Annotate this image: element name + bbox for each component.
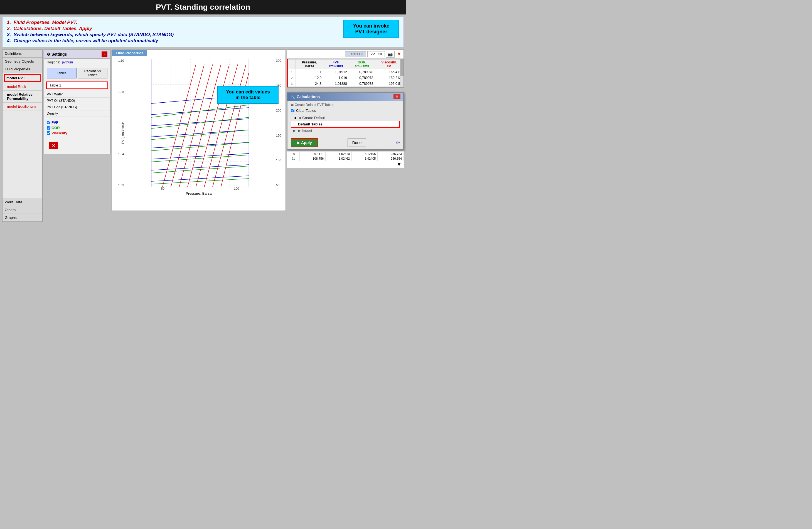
left-sidebar: Definitions Geometry Objects Fluid Prope… [2, 49, 43, 222]
th-gor: GOR,sm3/sm3 [349, 60, 375, 69]
page-title: PVT. Standing correlation [156, 3, 250, 11]
calculations-dialog: 🔧 Calculations ✕ ⇄ Create Default PVT Ta… [287, 92, 404, 150]
calc-close-button[interactable]: ✕ [393, 94, 401, 99]
right-panel: ...eters Oil PVT Oil 📷 ▼ Pressure,Barsa … [287, 49, 404, 168]
table-scroll-down-btn[interactable]: ▼ [396, 162, 402, 167]
th-index [288, 60, 296, 69]
th-fvf: FVF,rm3/sm3 [323, 60, 349, 69]
chart-inner: 1.10 1.08 1.06 1.04 1.02 [112, 56, 286, 210]
settings-btn-row: Tables Regions vs Tables [44, 66, 110, 80]
edit-callout: You can edit valuesin the table [217, 86, 278, 104]
table-row: 20 97,111 1,02410 3,12105 235,723 [287, 151, 404, 156]
pvt-data-table-wrap: Pressure,Barsa FVF,rm3/sm3 GOR,sm3/sm3 V… [287, 59, 404, 87]
chart-svg-area [125, 59, 275, 187]
sidebar-section-geometry[interactable]: Geometry Objects [2, 58, 42, 65]
sidebar-section-others[interactable]: Others [2, 206, 42, 214]
table-row: 1 1 1,01912 0,789978 165,411 [288, 69, 403, 75]
settings-title: ⚙ Settings [47, 52, 67, 57]
settings-checkbox-gor[interactable]: GOR [47, 126, 107, 130]
calc-title: 🔧 Calculations [290, 94, 320, 99]
done-button[interactable]: Done [348, 138, 366, 147]
y-axis-right: 300 250 200 150 100 50 [275, 59, 283, 187]
y-label-left: FVF, rm3/sm3 [121, 122, 125, 145]
calc-body: ⇄ Create Default PVT Tables Clear Tables… [288, 101, 403, 136]
chart-tab-fluid-properties[interactable]: Fluid Properties [112, 50, 147, 56]
pvt-table-header-row: ...eters Oil PVT Oil 📷 ▼ [287, 50, 404, 59]
table-scrollbar[interactable] [400, 58, 404, 87]
table-row: 21 108,756 1,02462 3,42405 250,854 [287, 156, 404, 161]
th-viscosity: Viscosity,cP [375, 60, 403, 69]
sidebar-section-wells-data[interactable]: Wells Data [2, 198, 42, 206]
pencil-button[interactable]: ✏ [396, 139, 400, 146]
table-scrollbar-thumb[interactable] [401, 59, 404, 76]
sidebar-item-model-rock[interactable]: model Rock [2, 83, 42, 91]
settings-tables-button[interactable]: Tables [47, 68, 76, 78]
x-axis-labels: 50 100 [126, 187, 274, 190]
instruction-3: 3. Switch between keywords, which specif… [7, 32, 174, 38]
calc-default-tables-item[interactable]: Default Tables [291, 121, 400, 128]
calc-footer: ▶ Apply Done ✏ [288, 136, 403, 149]
calc-header: 🔧 Calculations ✕ [288, 93, 403, 101]
sidebar-section-fluid-props[interactable]: Fluid Properties [2, 65, 42, 73]
table-row: 3 24,8 1,01888 0,789978 195,015 [288, 81, 403, 87]
settings-pvt-density[interactable]: Density [44, 111, 110, 117]
camera-button[interactable]: 📷 [386, 51, 395, 58]
settings-header: ⚙ Settings X [44, 50, 110, 59]
sidebar-item-model-pvt[interactable]: model PVT [4, 74, 41, 82]
tab-parameters-oil[interactable]: ...eters Oil [345, 51, 366, 57]
calc-create-default-item[interactable]: ◄ ◄ Create Default [291, 115, 400, 121]
chart-svg [125, 59, 275, 187]
last-rows-table: 20 97,111 1,02410 3,12105 235,723 21 108… [287, 151, 404, 168]
chart-area: Fluid Properties 1.10 1.08 1.06 1.04 1.0… [112, 49, 286, 211]
sidebar-model-pvt-wrap: model PVT [2, 73, 42, 83]
settings-pvt-oil-stando[interactable]: PVT Oil (STANDO) [44, 98, 110, 104]
title-bar: PVT. Standing correlation [0, 0, 406, 14]
x-axis-label: Pressure, Barsa [115, 191, 283, 195]
settings-checkboxes: FVF GOR Viscosity [44, 118, 110, 138]
sidebar-section-graphs[interactable]: Graphs [2, 214, 42, 222]
settings-checkbox-fvf[interactable]: FVF [47, 120, 107, 124]
instruction-2: 2. Calculations. Default Tables. Apply [7, 26, 174, 31]
sidebar-section-definitions[interactable]: Definitions [2, 50, 42, 58]
settings-delete-button[interactable]: ✕ [49, 142, 58, 149]
settings-pvt-water[interactable]: PVT Water [44, 91, 110, 98]
apply-button[interactable]: ▶ Apply [291, 138, 318, 147]
calc-clear-tables-row: Clear Tables [291, 108, 400, 113]
tab-pvt-oil[interactable]: PVT Oil [367, 51, 385, 57]
invoke-box: You can invokePVT designer [343, 20, 399, 38]
settings-panel: ⚙ Settings X Regions: pvtnum Tables Regi… [44, 49, 111, 154]
settings-checkbox-viscosity[interactable]: Viscosity [47, 131, 107, 135]
instruction-1: 1. Fluid Properties. Model PVT. [7, 20, 174, 25]
settings-pvt-gas-standg[interactable]: PVT Gas (STANDG) [44, 104, 110, 111]
instructions-list: 1. Fluid Properties. Model PVT. 2. Calcu… [7, 20, 174, 44]
dropper-button[interactable]: ▼ [396, 50, 402, 58]
settings-pvt-list: PVT Water PVT Oil (STANDO) PVT Gas (STAN… [44, 90, 110, 118]
pvt-data-table: Pressure,Barsa FVF,rm3/sm3 GOR,sm3/sm3 V… [288, 59, 403, 87]
calc-import-item[interactable]: ▶ ▶ Import [291, 128, 400, 133]
settings-close-button[interactable]: X [102, 52, 107, 57]
pvt-table-wrap: ...eters Oil PVT Oil 📷 ▼ Pressure,Barsa … [287, 49, 404, 88]
calc-section-title: ⇄ Create Default PVT Tables [291, 103, 400, 107]
table-row: 2 12,9 1,019 0,789978 180,213 [288, 75, 403, 81]
instructions-box: 1. Fluid Properties. Model PVT. 2. Calcu… [2, 17, 404, 47]
settings-regions: Regions: pvtnum [44, 59, 110, 66]
settings-table1-item[interactable]: Table 1 [46, 82, 108, 89]
instruction-4: 4. Change values in the table, curves wi… [7, 38, 174, 44]
calc-clear-tables-checkbox[interactable] [291, 109, 294, 112]
sidebar-item-model-equilibrium[interactable]: model Equilibrium [2, 103, 42, 111]
th-pressure: Pressure,Barsa [296, 60, 323, 69]
sidebar-item-model-rel-perm[interactable]: model Relative Permeability [2, 91, 42, 103]
settings-regions-vs-tables-button[interactable]: Regions vs Tables [78, 68, 107, 78]
